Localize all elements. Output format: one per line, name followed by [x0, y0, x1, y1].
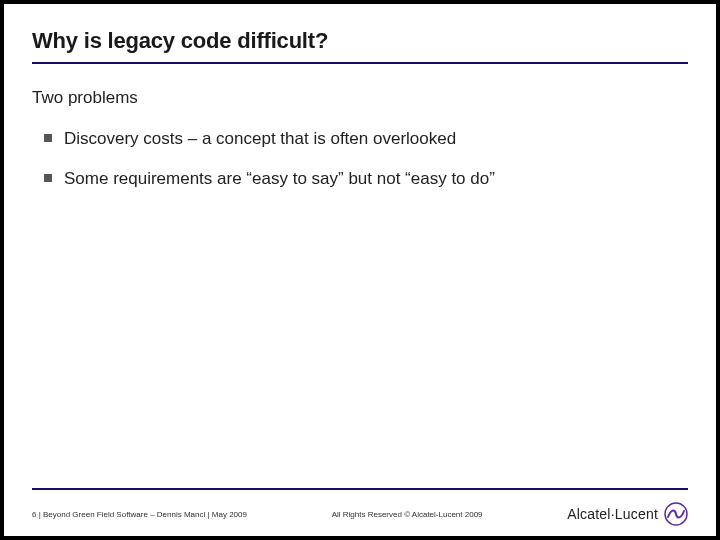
footer-doc-title: Beyond Green Field Software – Dennis Man… [43, 510, 205, 519]
list-item: Some requirements are “easy to say” but … [42, 168, 688, 190]
lead-text: Two problems [32, 88, 688, 108]
slide-title: Why is legacy code difficult? [32, 28, 688, 62]
footer-divider [32, 488, 688, 490]
slide: Why is legacy code difficult? Two proble… [4, 4, 716, 536]
list-item: Discovery costs – a concept that is ofte… [42, 128, 688, 150]
slide-content: Two problems Discovery costs – a concept… [32, 64, 688, 488]
bullet-list: Discovery costs – a concept that is ofte… [32, 128, 688, 190]
slide-footer: 6 | Beyond Green Field Software – Dennis… [32, 498, 688, 536]
brand: Alcatel·Lucent [567, 502, 688, 526]
footer-copyright: All Rights Reserved © Alcatel-Lucent 200… [247, 510, 567, 519]
brand-name: Alcatel·Lucent [567, 506, 658, 522]
brand-logo-icon [664, 502, 688, 526]
footer-left: 6 | Beyond Green Field Software – Dennis… [32, 510, 247, 519]
footer-date: May 2009 [212, 510, 247, 519]
